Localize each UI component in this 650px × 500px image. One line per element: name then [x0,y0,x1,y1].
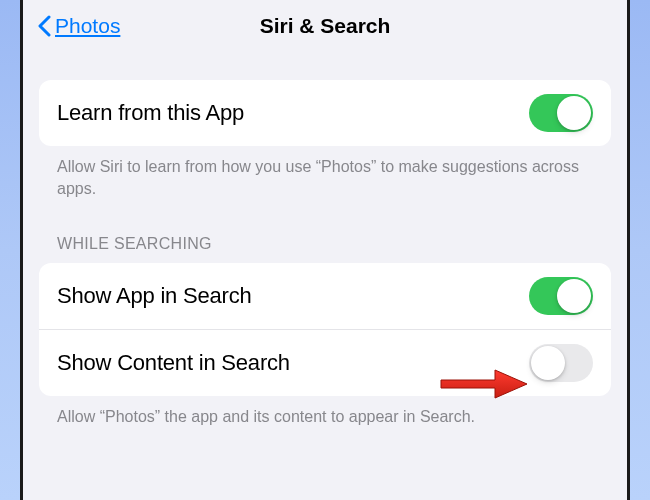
section-header: WHILE SEARCHING [39,235,611,263]
settings-pane: Photos Siri & Search Learn from this App… [20,0,630,500]
page-title: Siri & Search [260,14,391,38]
row-label: Learn from this App [57,100,244,126]
back-button[interactable]: Photos [37,0,120,52]
toggle-knob [531,346,565,380]
settings-group-learn: Learn from this App [39,80,611,146]
toggle-show-content-in-search[interactable] [529,344,593,382]
section-while-searching: WHILE SEARCHING Show App in Search Show … [39,235,611,428]
row-label: Show App in Search [57,283,252,309]
row-label: Show Content in Search [57,350,290,376]
chevron-left-icon [37,15,51,37]
settings-group-search: Show App in Search Show Content in Searc… [39,263,611,396]
toggle-learn-from-app[interactable] [529,94,593,132]
row-learn-from-app: Learn from this App [39,80,611,146]
content-area: Learn from this App Allow Siri to learn … [23,52,627,428]
navigation-bar: Photos Siri & Search [23,0,627,52]
toggle-knob [557,96,591,130]
group-footer: Allow “Photos” the app and its content t… [39,396,611,428]
toggle-show-app-in-search[interactable] [529,277,593,315]
back-label: Photos [55,14,120,38]
group-footer: Allow Siri to learn from how you use “Ph… [39,146,611,199]
row-show-app-in-search: Show App in Search [39,263,611,329]
row-show-content-in-search: Show Content in Search [39,329,611,396]
toggle-knob [557,279,591,313]
